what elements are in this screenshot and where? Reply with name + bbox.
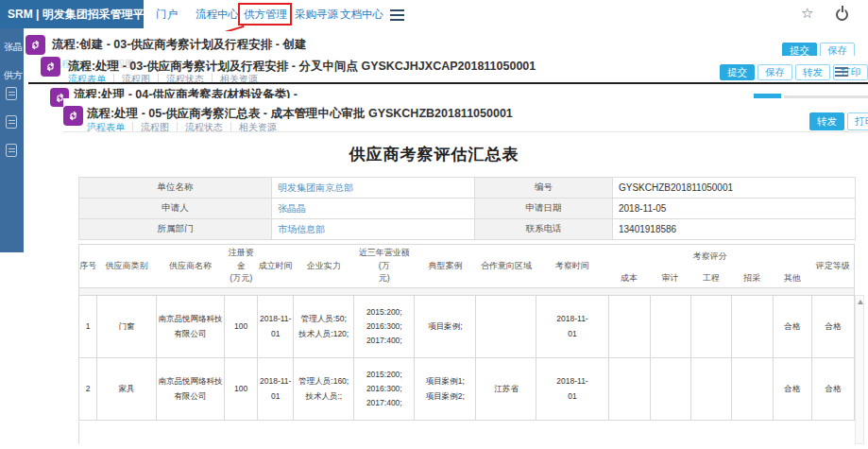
process-flow-icon xyxy=(26,35,45,55)
header-info-table: 单位名称 明发集团南京总部 编号 GYSKCHZB201811050001 申请… xyxy=(78,177,856,240)
table-cell xyxy=(476,296,536,358)
col-header-engineering: 工程 xyxy=(690,269,731,288)
nav-item-process-center[interactable]: 流程中心 xyxy=(196,0,239,28)
table-row: 申请人 张晶晶 申请日期 2018-11-05 xyxy=(79,199,856,219)
col-header-audit: 审计 xyxy=(650,269,690,288)
process-window-title: 流程:创建 - 03-供应商考察计划及行程安排 - 创建 xyxy=(52,37,306,53)
sidebar-user-label: 张晶 xyxy=(4,41,23,54)
supplier-evaluation-table: 序号 供应商类别 供应商名称 注册资金 (万元) 成立时间 企业实力 近三年营业… xyxy=(78,244,855,421)
spacer-row xyxy=(79,288,855,296)
field-label-department: 所属部门 xyxy=(79,219,272,240)
table-cell: 南京品悦网络科技 有限公司 xyxy=(157,358,225,421)
forward-button[interactable]: 转发 xyxy=(809,112,844,130)
table-cell: 家具 xyxy=(97,358,157,421)
table-row: 2 家具 南京品悦网络科技 有限公司 100 2018-11- 01 管理人员:… xyxy=(79,358,855,421)
nav-item-portal[interactable]: 门户 xyxy=(156,0,178,28)
top-bar: SRM | 明发集团招采管理平台 门户 流程中心 供方管理 采购寻源 文档中心 … xyxy=(0,0,868,28)
power-logout-icon[interactable] xyxy=(836,9,848,21)
col-header-region: 合作意向区域 xyxy=(476,245,536,288)
col-header-strength: 企业实力 xyxy=(294,245,354,288)
field-label-unit: 单位名称 xyxy=(79,178,272,199)
table-cell: 2 xyxy=(79,358,97,421)
save-button[interactable]: 保存 xyxy=(757,64,792,80)
field-value-number: GYSKCHZB201811050001 xyxy=(613,178,856,199)
save-button[interactable]: 保存 xyxy=(820,43,855,56)
document-icon[interactable] xyxy=(6,87,17,100)
field-label-apply-date: 申请日期 xyxy=(475,199,613,219)
table-cell: 100 xyxy=(225,296,258,358)
table-cell: 合格 xyxy=(773,296,811,358)
table-cell: 1 xyxy=(79,296,97,358)
table-cell: 管理人员:160; 技术人员:; xyxy=(294,358,354,421)
col-header-revenue: 近三年营业额(万 元) xyxy=(354,245,415,288)
clipped-empty-row-border xyxy=(78,422,79,444)
field-value-unit[interactable]: 明发集团南京总部 xyxy=(272,178,475,199)
favorite-star-icon[interactable]: ☆ xyxy=(801,5,813,22)
table-cell: 合格 xyxy=(811,358,854,421)
col-header-procurement: 招采 xyxy=(731,269,773,288)
process-window-title: 流程:处理 - 05-供应商考察汇总表 - 成本管理中心审批 GYSKCHZB2… xyxy=(87,106,513,122)
col-header-supplier-name: 供应商名称 xyxy=(157,245,225,288)
col-header-category: 供应商类别 xyxy=(97,245,157,288)
process-window-summary-05: 流程:处理 - 05-供应商考察汇总表 - 成本管理中心审批 GYSKCHZB2… xyxy=(63,98,868,449)
menu-icon[interactable] xyxy=(390,9,404,24)
annotation-highlight-box xyxy=(238,3,292,26)
col-header-inspect-time: 考察时间 xyxy=(536,245,608,288)
document-icon[interactable] xyxy=(6,115,17,129)
scroll-up-arrow-icon[interactable] xyxy=(858,300,863,304)
submit-button[interactable]: 提交 xyxy=(782,43,817,56)
table-cell: 2015:200; 2016:300; 2017:400; xyxy=(354,296,415,358)
table-cell: 2018-11- 01 xyxy=(536,358,608,421)
col-header-cases: 典型案例 xyxy=(415,245,476,288)
sidebar-item-supplier[interactable]: 供方 xyxy=(4,69,23,82)
tab-separator-line xyxy=(63,131,868,132)
process-window-handle-03: 流程表单流程图流程状态 流程:处理 - 03-供应商考察计划及行程安排 - 分叉… xyxy=(41,56,868,83)
table-cell xyxy=(650,358,690,421)
table-cell: 江苏省 xyxy=(476,358,536,421)
field-label-phone: 联系电话 xyxy=(475,219,613,240)
table-cell: 合格 xyxy=(773,358,811,421)
col-header-founded-date: 成立时间 xyxy=(258,245,294,288)
table-cell xyxy=(608,296,650,358)
field-label-applicant: 申请人 xyxy=(79,199,272,219)
table-cell: 项目案例; xyxy=(415,296,476,358)
forward-button[interactable]: 转发 xyxy=(795,64,830,80)
table-cell xyxy=(690,358,731,421)
submit-button[interactable]: 提交 xyxy=(720,64,755,80)
field-value-phone: 13401918586 xyxy=(613,219,856,240)
process-flow-icon xyxy=(63,106,83,126)
col-header-index: 序号 xyxy=(79,245,97,288)
table-row: 所属部门 市场信息部 联系电话 13401918586 xyxy=(79,219,856,240)
nav-item-doc-center[interactable]: 文档中心 xyxy=(340,0,383,28)
table-cell: 2018-11- 01 xyxy=(536,296,608,358)
process-window-handle-04: 流程:处理 - 04-供应商考察表(材料设备类) - xyxy=(28,82,868,98)
field-value-applicant[interactable]: 张晶晶 xyxy=(272,199,475,219)
table-cell xyxy=(690,296,731,358)
table-cell: 门窗 xyxy=(97,296,157,358)
table-cell: 2018-11- 01 xyxy=(258,358,294,421)
col-group-header-score: 考察评分 xyxy=(608,245,811,269)
table-row: 1 门窗 南京品悦网络科技 有限公司 100 2018-11- 01 管理人员:… xyxy=(79,296,855,358)
table-cell xyxy=(731,358,773,421)
table-vertical-scrollbar[interactable] xyxy=(855,295,864,444)
nav-item-sourcing[interactable]: 采购寻源 xyxy=(295,0,338,28)
table-cell: 100 xyxy=(225,358,258,421)
table-cell: 合格 xyxy=(811,296,854,358)
app-logo: SRM | 明发集团招采管理平台 xyxy=(0,0,144,28)
print-button[interactable]: 打印 xyxy=(847,112,868,130)
table-cell: 2018-11- 01 xyxy=(258,296,294,358)
toolbar: 转发 打印 xyxy=(809,112,868,130)
col-header-other: 其他 xyxy=(773,269,811,288)
col-header-grade: 评定等级 xyxy=(811,245,854,288)
table-cell xyxy=(650,296,690,358)
table-cell xyxy=(608,358,650,421)
field-value-department[interactable]: 市场信息部 xyxy=(272,219,475,240)
col-header-cost: 成本 xyxy=(608,269,650,288)
app-window: SRM | 明发集团招采管理平台 门户 流程中心 供方管理 采购寻源 文档中心 … xyxy=(0,0,868,449)
col-header-registered-capital: 注册资金 (万元) xyxy=(225,245,258,288)
list-menu-icon[interactable] xyxy=(835,67,848,78)
toolbar: 提交 保存 xyxy=(782,43,855,56)
table-cell: 2015:200; 2016:300; 2017:400; xyxy=(354,358,415,421)
table-cell xyxy=(731,296,773,358)
field-label-number: 编号 xyxy=(475,178,613,199)
